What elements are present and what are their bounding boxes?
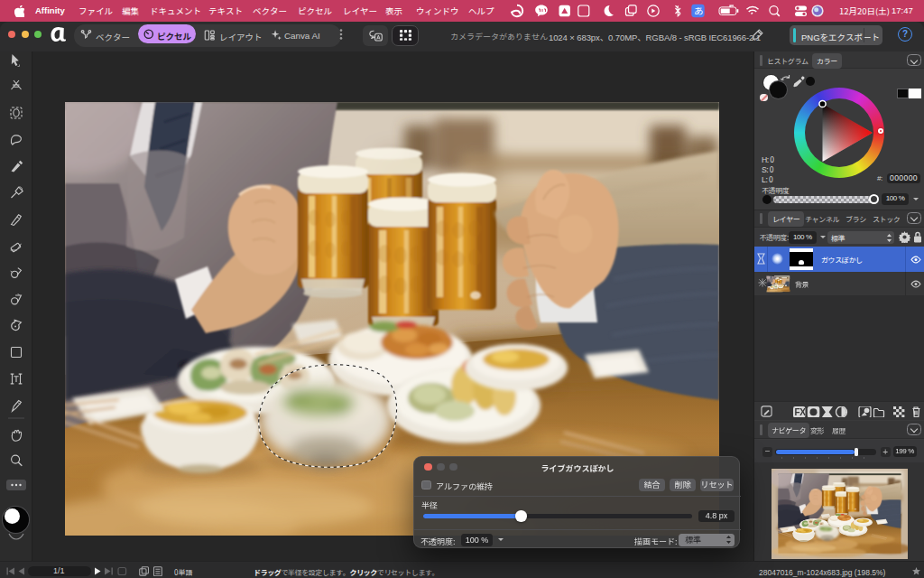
- svg-text:あ: あ: [694, 4, 704, 17]
- svg-text:1/1: 1/1: [53, 566, 65, 575]
- svg-text:FX: FX: [795, 407, 807, 417]
